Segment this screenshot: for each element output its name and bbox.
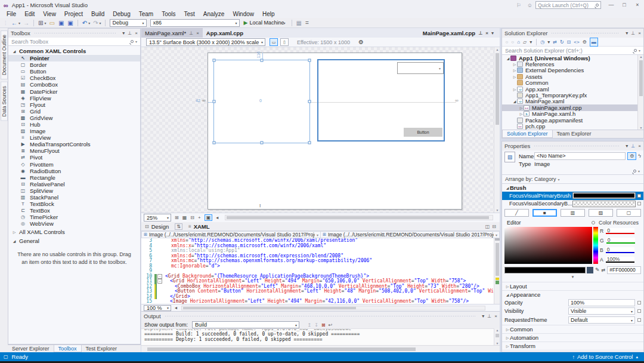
resize-handle[interactable] xyxy=(261,59,264,62)
editor-zoom-combo[interactable]: 100 % ▾ xyxy=(144,305,171,311)
menu-edit[interactable]: Edit xyxy=(20,10,39,18)
toolbox-item-listview[interactable]: ≡ListView xyxy=(8,134,140,141)
selected-grid[interactable] xyxy=(213,60,310,143)
scrollbar-thumb[interactable] xyxy=(496,243,499,276)
toolbar-overflow-icon[interactable]: = xyxy=(305,19,309,27)
brush-marker[interactable] xyxy=(637,194,641,198)
vertical-split-icon[interactable]: ◫ xyxy=(485,224,490,229)
properties-header[interactable]: Properties ▾ ⊥ × xyxy=(502,141,643,150)
snap-to-guides-icon[interactable]: + xyxy=(198,215,201,220)
section-brush[interactable]: ◢ Brush xyxy=(502,183,643,192)
preview-selected-items-icon[interactable]: ▬ xyxy=(590,38,598,47)
previous-message-icon[interactable]: ↥ xyxy=(308,321,312,329)
menu-help[interactable]: Help xyxy=(258,10,279,18)
anchor-left-icon[interactable]: ∞ xyxy=(202,99,206,103)
solid-color-brush-icon[interactable]: ■ xyxy=(532,209,557,217)
brush-resource-icon[interactable]: ▢ xyxy=(617,209,641,217)
snapping-toggle-icon[interactable]: ▣ xyxy=(205,214,213,221)
menu-tools[interactable]: Tools xyxy=(157,10,179,18)
tree-item-references[interactable]: ▷References xyxy=(502,61,643,67)
tree-item-package-appxmanifest[interactable]: Package.appxmanifest xyxy=(502,117,643,123)
snap-to-grid-icon[interactable]: ▦ xyxy=(182,215,187,220)
eyedropper-icon[interactable]: ✎ xyxy=(595,267,600,273)
hue-strip[interactable] xyxy=(593,227,598,264)
toolbox-item-pointer[interactable]: ↖Pointer xyxy=(8,55,140,61)
brush-marker[interactable] xyxy=(637,202,641,205)
resize-bottom-icon[interactable]: ↕ xyxy=(259,204,261,208)
quick-launch-input[interactable]: Quick Launch (Ctrl+Q) xyxy=(535,1,601,9)
saturation-square[interactable] xyxy=(504,227,592,264)
section-layout[interactable]: ▷Layout xyxy=(502,282,643,290)
toolbox-item-pivot[interactable]: ⇄Pivot xyxy=(8,154,140,161)
scroll-left-icon[interactable]: ◂ xyxy=(175,305,177,310)
tab-mainpage-xaml-cpp[interactable]: MainPage.xaml.cpp ⊥ × ▾ xyxy=(419,28,497,38)
a-input[interactable]: 100% xyxy=(606,257,634,263)
scroll-up-icon[interactable]: ▲ xyxy=(494,328,500,332)
pin-icon[interactable]: ⊥ xyxy=(631,30,635,36)
collapsed-icon[interactable]: ▷ xyxy=(512,87,517,91)
notifications-flag-icon[interactable]: ⚐ xyxy=(516,2,521,8)
open-file-icon[interactable]: ▭ xyxy=(49,19,54,27)
expanded-icon[interactable]: ◢ xyxy=(512,99,517,103)
toolbox-item-image[interactable]: ▨Image xyxy=(8,128,140,134)
property-marker[interactable] xyxy=(637,318,641,322)
toolbox-group-all-xaml[interactable]: ▷ All XAML Controls xyxy=(8,227,140,236)
close-icon[interactable]: × xyxy=(485,30,488,36)
menu-view[interactable]: View xyxy=(39,10,60,18)
scrollbar-thumb[interactable] xyxy=(496,53,499,125)
output-source-combo[interactable]: Build ▾ xyxy=(192,321,299,328)
toolbox-item-radiobutton[interactable]: ◉RadioButton xyxy=(8,168,140,174)
attach-icon[interactable]: ▦ xyxy=(296,19,302,27)
restore-button[interactable]: □ xyxy=(618,0,631,10)
collapse-all-icon[interactable]: ⊡ xyxy=(567,38,571,46)
tab-color-resources[interactable]: Color Resources xyxy=(599,220,639,226)
tile-brush-icon[interactable]: ▨ xyxy=(589,209,613,217)
switch-views-icon[interactable]: ▱ xyxy=(523,38,527,46)
opacity-input[interactable]: 100% xyxy=(568,299,635,306)
toolbox-item-webview[interactable]: ◎WebView xyxy=(8,220,140,227)
output-text[interactable]: Deployment complete. Full package name: … xyxy=(141,328,494,345)
tab-mainpage-xaml[interactable]: MainPage.xaml* ⊥ × xyxy=(141,28,203,38)
switch-views-dropdown-icon[interactable]: ▾ xyxy=(530,38,532,46)
designer-zoom-combo[interactable]: 25% ▾ xyxy=(144,214,171,222)
toolbox-item-flyout[interactable]: ◳Flyout xyxy=(8,101,140,108)
property-wrench-icon[interactable]: ⚙ xyxy=(627,152,636,160)
collapse-editor-chevron-icon[interactable]: ▾ xyxy=(502,275,643,282)
forward-icon[interactable]: ○ xyxy=(511,38,514,46)
toolbox-item-gridview[interactable]: ▩GridView xyxy=(8,115,140,121)
home-icon[interactable]: ⌂ xyxy=(517,38,520,46)
window-position-icon[interactable]: ▾ xyxy=(626,143,628,149)
designer-vertical-scrollbar[interactable]: ▲ ▼ xyxy=(494,47,500,213)
collapsed-icon[interactable]: ▷ xyxy=(512,68,517,72)
toolbox-item-mediatransportcontrols[interactable]: ▶MediaTransportControls xyxy=(8,141,140,147)
properties-search-input[interactable]: ▾ xyxy=(502,168,643,175)
arrange-by-selector[interactable]: Arrange by: Category ▾ xyxy=(502,175,643,183)
toolbox-item-rectangle[interactable]: ▬Rectangle xyxy=(8,174,140,181)
scrollbar-thumb[interactable] xyxy=(147,347,416,351)
tab-brush-editor[interactable]: Editor xyxy=(507,220,521,226)
close-icon[interactable]: × xyxy=(638,143,641,149)
toolbox-item-combobox[interactable]: ▤ComboBox xyxy=(8,81,140,88)
add-to-source-control-button[interactable]: ↑ Add to Source Control ▴ xyxy=(572,353,639,360)
gradient-brush-icon[interactable]: ▥ xyxy=(561,209,585,217)
landscape-orientation-button[interactable]: ▭ xyxy=(270,38,278,46)
back-icon[interactable]: ○ xyxy=(506,38,509,46)
output-vertical-scrollbar[interactable]: ▲ ▼ xyxy=(494,328,500,345)
chevron-down-icon[interactable]: ▾ xyxy=(100,21,101,25)
chevron-down-icon[interactable]: ▾ xyxy=(44,21,46,25)
toolbox-item-textbox[interactable]: ⊏TextBox xyxy=(8,207,140,214)
toolbox-header[interactable]: Toolbox ▾ ⊥ × xyxy=(8,29,140,38)
breadcrumb-left[interactable]: ⊞ Image (../../Users/ericmitt.REDMOND/Do… xyxy=(141,231,321,238)
collapse-left-icon[interactable]: ◂ xyxy=(216,215,218,220)
tree-item-app1-universal-windows[interactable]: ◢App1 (Universal Windows) xyxy=(502,55,643,61)
menu-build[interactable]: Build xyxy=(87,10,109,18)
scrollbar-thumb[interactable] xyxy=(183,307,356,309)
configuration-combo[interactable]: Debug▾ xyxy=(110,19,147,27)
design-surface[interactable]: 116 42 ∞ ∞ 0 ▾ Button ↕ ▲ ▼ xyxy=(141,47,500,213)
toolbox-item-button[interactable]: ▭Button xyxy=(8,68,140,75)
tab-app-xaml-cpp[interactable]: App.xaml.cpp xyxy=(203,28,247,38)
toolbox-item-checkbox[interactable]: ☑CheckBox xyxy=(8,75,140,81)
show-grid-icon[interactable]: ⊞ xyxy=(175,215,179,220)
close-icon[interactable]: × xyxy=(638,30,641,36)
filter-dropdown-icon[interactable]: ▾ xyxy=(547,38,550,46)
